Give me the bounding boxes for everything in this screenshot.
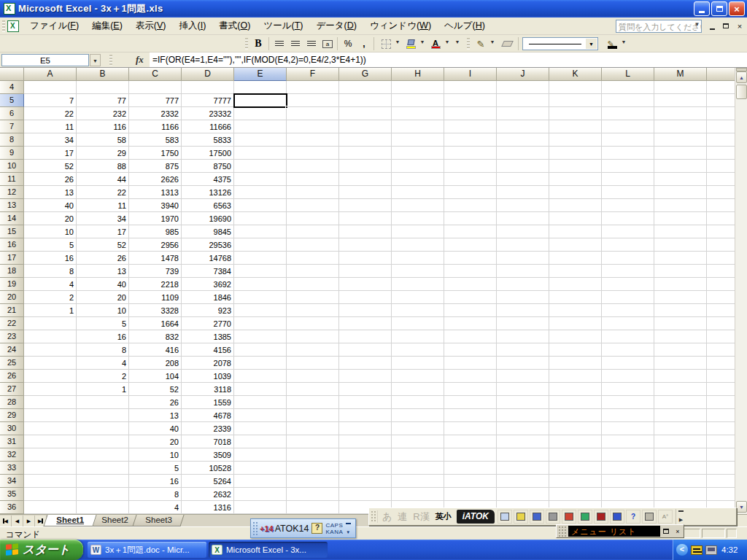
cell-M23[interactable] <box>654 330 707 343</box>
cell-G22[interactable] <box>339 317 392 330</box>
row-header-15[interactable]: 15 <box>0 225 24 238</box>
draw-border-button[interactable]: ✎ <box>473 36 489 51</box>
cell-M10[interactable] <box>654 160 707 173</box>
cell-E29[interactable] <box>234 409 287 422</box>
tray-atok-icon[interactable] <box>691 545 703 555</box>
cell-C24[interactable]: 416 <box>129 343 182 357</box>
cell-C31[interactable]: 20 <box>129 435 182 448</box>
cell-F23[interactable] <box>287 330 339 343</box>
cell-D21[interactable]: 923 <box>182 304 234 317</box>
row-header-20[interactable]: 20 <box>0 291 24 304</box>
atok-help-icon[interactable]: ? <box>311 523 322 534</box>
cell-J14[interactable] <box>497 212 549 225</box>
cell-E13[interactable] <box>234 199 287 212</box>
cell-J8[interactable] <box>497 133 549 147</box>
cell-C29[interactable]: 13 <box>129 409 182 422</box>
cell-B18[interactable]: 13 <box>77 265 129 278</box>
cell-partial-4[interactable] <box>707 81 735 94</box>
cell-J6[interactable] <box>497 107 549 120</box>
cell-I26[interactable] <box>444 370 497 383</box>
cell-M20[interactable] <box>654 291 707 304</box>
cell-C5[interactable]: 777 <box>129 94 182 107</box>
cell-F27[interactable] <box>287 383 339 396</box>
borders-dropdown-icon[interactable]: ▼ <box>394 39 401 44</box>
cell-B11[interactable]: 44 <box>77 173 129 186</box>
cell-J34[interactable] <box>497 475 549 488</box>
line-color-button[interactable]: ✎ <box>604 36 620 51</box>
cell-I4[interactable] <box>444 81 497 94</box>
cell-G35[interactable] <box>339 488 392 501</box>
cell-D32[interactable]: 3509 <box>182 448 234 462</box>
cell-C9[interactable]: 1750 <box>129 147 182 160</box>
cell-I19[interactable] <box>444 278 497 291</box>
clip-tool-icon[interactable] <box>578 510 592 524</box>
cell-J17[interactable] <box>497 252 549 265</box>
cell-J20[interactable] <box>497 291 549 304</box>
cell-I22[interactable] <box>444 317 497 330</box>
cell-L24[interactable] <box>602 343 654 357</box>
cell-G27[interactable] <box>339 383 392 396</box>
font-color-dropdown-icon[interactable]: ▼ <box>444 39 451 44</box>
cell-F22[interactable] <box>287 317 339 330</box>
cell-F28[interactable] <box>287 396 339 409</box>
cell-J16[interactable] <box>497 238 549 252</box>
cell-partial-19[interactable] <box>707 278 735 291</box>
cell-E21[interactable] <box>234 304 287 317</box>
workbook-restore-button[interactable] <box>720 20 732 31</box>
cell-D35[interactable]: 2632 <box>182 488 234 501</box>
cell-M35[interactable] <box>654 488 707 501</box>
tray-chevron-icon[interactable]: < <box>676 544 688 556</box>
cell-K5[interactable] <box>549 94 602 107</box>
cell-C6[interactable]: 2332 <box>129 107 182 120</box>
cell-H20[interactable] <box>392 291 444 304</box>
cell-K21[interactable] <box>549 304 602 317</box>
cell-J5[interactable] <box>497 94 549 107</box>
cell-E28[interactable] <box>234 396 287 409</box>
cell-G32[interactable] <box>339 448 392 462</box>
cell-K29[interactable] <box>549 409 602 422</box>
cell-I13[interactable] <box>444 199 497 212</box>
row-header-30[interactable]: 30 <box>0 422 24 435</box>
cell-F9[interactable] <box>287 147 339 160</box>
cell-E16[interactable] <box>234 238 287 252</box>
cell-G12[interactable] <box>339 186 392 199</box>
cell-B29[interactable] <box>77 409 129 422</box>
row-header-8[interactable]: 8 <box>0 133 24 147</box>
cell-L30[interactable] <box>602 422 654 435</box>
row-header-18[interactable]: 18 <box>0 265 24 278</box>
cell-D6[interactable]: 23332 <box>182 107 234 120</box>
cell-C26[interactable]: 104 <box>129 370 182 383</box>
cell-J25[interactable] <box>497 357 549 370</box>
menu-e[interactable]: 編集(E) <box>85 18 129 34</box>
cell-H9[interactable] <box>392 147 444 160</box>
cell-I5[interactable] <box>444 94 497 107</box>
cell-A11[interactable]: 26 <box>24 173 77 186</box>
cell-I30[interactable] <box>444 422 497 435</box>
cell-H6[interactable] <box>392 107 444 120</box>
cell-I27[interactable] <box>444 383 497 396</box>
cell-G7[interactable] <box>339 120 392 133</box>
cell-L22[interactable] <box>602 317 654 330</box>
cell-H8[interactable] <box>392 133 444 147</box>
cell-D24[interactable]: 4156 <box>182 343 234 357</box>
cell-partial-27[interactable] <box>707 383 735 396</box>
cell-A36[interactable] <box>24 501 77 514</box>
cell-partial-6[interactable] <box>707 107 735 120</box>
cell-E36[interactable] <box>234 501 287 514</box>
cell-G18[interactable] <box>339 265 392 278</box>
cell-K14[interactable] <box>549 212 602 225</box>
cell-B13[interactable]: 11 <box>77 199 129 212</box>
cell-L9[interactable] <box>602 147 654 160</box>
cell-K16[interactable] <box>549 238 602 252</box>
cell-I16[interactable] <box>444 238 497 252</box>
cell-partial-11[interactable] <box>707 173 735 186</box>
cell-L25[interactable] <box>602 357 654 370</box>
cell-E9[interactable] <box>234 147 287 160</box>
cell-D16[interactable]: 29536 <box>182 238 234 252</box>
cell-A17[interactable]: 16 <box>24 252 77 265</box>
row-header-22[interactable]: 22 <box>0 317 24 330</box>
cell-M33[interactable] <box>654 462 707 475</box>
cell-J21[interactable] <box>497 304 549 317</box>
cell-D10[interactable]: 8750 <box>182 160 234 173</box>
row-header-29[interactable]: 29 <box>0 409 24 422</box>
